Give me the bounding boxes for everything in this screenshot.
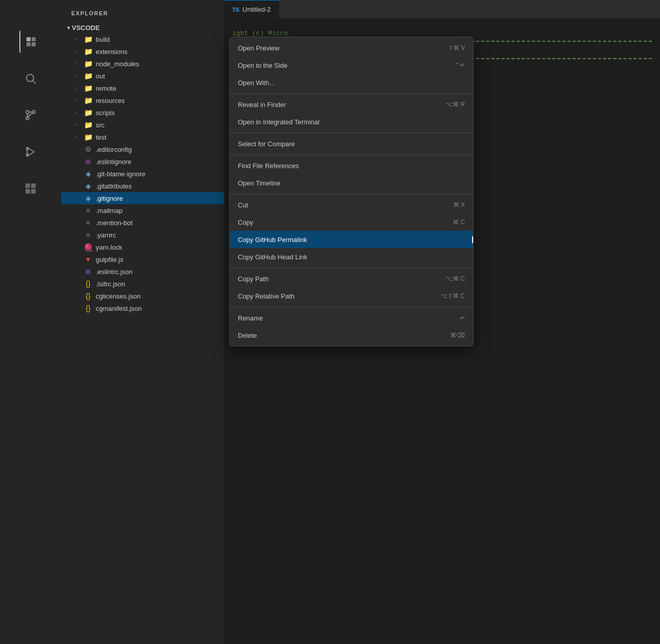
- tree-item-scripts[interactable]: › 📁 scripts: [61, 106, 224, 119]
- menu-item-open-to-side[interactable]: Open to the Side ⌃↵: [230, 57, 473, 74]
- tree-item-resources[interactable]: › 📁 resources: [61, 94, 224, 106]
- tree-item-eslintignore[interactable]: ⊛ .eslintignore: [61, 155, 224, 168]
- menu-item-shortcut: ⌘ C: [453, 219, 465, 226]
- menu-item-label: Open to the Side: [238, 62, 438, 69]
- menu-item-shortcut: ⌘⌫: [450, 332, 465, 339]
- svg-rect-3: [32, 42, 36, 46]
- tree-item-gitignore[interactable]: ◈ .gitignore: [61, 192, 224, 204]
- git-activity-icon[interactable]: [19, 104, 42, 126]
- section-label: VSCODE: [72, 24, 100, 32]
- tree-item-remote[interactable]: › 📁 remote: [61, 82, 224, 94]
- tree-item-gitattributes[interactable]: ◈ .gitattributes: [61, 180, 224, 192]
- menu-item-select-compare[interactable]: Select for Compare: [230, 135, 473, 152]
- item-label: build: [96, 36, 109, 43]
- menu-item-label: Select for Compare: [238, 140, 449, 148]
- menu-separator: [230, 194, 473, 194]
- item-label: .gitattributes: [96, 182, 132, 190]
- extensions-activity-icon[interactable]: [19, 177, 42, 200]
- svg-rect-2: [26, 42, 31, 46]
- menu-item-copy-relative-path[interactable]: Copy Relative Path ⌥⇧⌘ C: [230, 287, 473, 305]
- text-icon: ≡: [84, 231, 93, 239]
- tree-item-out[interactable]: › 📁 out: [61, 70, 224, 82]
- item-arrow: ›: [75, 122, 80, 127]
- menu-item-cut[interactable]: Cut ⌘ X: [230, 196, 473, 213]
- menu-item-shortcut: ⌃↵: [455, 62, 465, 69]
- activity-bar: [0, 0, 61, 644]
- explorer-activity-icon[interactable]: [19, 31, 42, 53]
- folder-icon: 📁: [84, 47, 93, 56]
- menu-item-shortcut: ⌘ X: [453, 201, 465, 208]
- menu-item-copy-github-head-link[interactable]: Copy GitHub Head Link: [230, 248, 473, 265]
- search-activity-icon[interactable]: [19, 67, 42, 90]
- menu-item-label: Copy GitHub Permalink: [238, 236, 449, 244]
- tree-item-mailmap[interactable]: ≡ .mailmap: [61, 204, 224, 217]
- tree-item-mentionbot[interactable]: ≡ .mention-bot: [61, 217, 224, 229]
- eslint-icon: ⊛: [84, 267, 93, 276]
- menu-item-label: Rename: [238, 314, 444, 322]
- gulp-icon: ▼: [84, 255, 93, 263]
- tree-item-src[interactable]: › 📁 src: [61, 119, 224, 131]
- menu-item-label: Copy Path: [238, 275, 429, 283]
- tree-section-vscode[interactable]: ▾ VSCODE: [61, 22, 224, 33]
- menu-item-shortcut: ⌥⌘ R: [446, 101, 465, 108]
- menu-item-reveal-finder[interactable]: Reveal in Finder ⌥⌘ R: [230, 96, 473, 113]
- menu-item-find-references[interactable]: Find File References: [230, 157, 473, 174]
- menu-item-label: Reveal in Finder: [238, 101, 429, 109]
- cursor-icon: [471, 235, 474, 245]
- item-label: .gitignore: [96, 195, 123, 202]
- tab-title: Untitled-2: [242, 6, 271, 13]
- menu-item-shortcut: ⇧⌘ V: [448, 44, 465, 51]
- editor-tab[interactable]: TS Untitled-2: [224, 0, 279, 18]
- menu-item-open-preview[interactable]: Open Preview ⇧⌘ V: [230, 39, 473, 57]
- menu-item-rename[interactable]: Rename ↵: [230, 309, 473, 327]
- tree-item-test[interactable]: › 📁 test: [61, 131, 224, 143]
- tree-item-extensions[interactable]: › 📁 extensions: [61, 45, 224, 58]
- menu-item-label: Open Preview: [238, 44, 432, 52]
- item-label: yarn.lock: [96, 244, 122, 251]
- menu-item-label: Copy Relative Path: [238, 292, 424, 300]
- tree-item-build[interactable]: › 📁 build: [61, 33, 224, 45]
- item-arrow: ›: [75, 86, 80, 91]
- tree-item-cglicenses[interactable]: {} cglicenses.json: [61, 290, 224, 302]
- tree-item-gitblame[interactable]: ◈ .git-blame-ignore: [61, 168, 224, 180]
- tree-item-eslintrc[interactable]: ⊛ .eslintrc.json: [61, 265, 224, 278]
- editor-tab-bar: TS Untitled-2: [224, 0, 660, 18]
- tree-item-yarnrc[interactable]: ≡ .yarnrc: [61, 229, 224, 241]
- svg-rect-14: [25, 189, 30, 194]
- svg-line-5: [33, 81, 36, 84]
- context-menu: Open Preview ⇧⌘ V Open to the Side ⌃↵ Op…: [229, 37, 474, 346]
- json-icon: {}: [84, 292, 93, 300]
- item-arrow: ›: [75, 98, 80, 103]
- menu-item-open-terminal[interactable]: Open in Integrated Terminal: [230, 113, 473, 130]
- tree-item-editorconfig[interactable]: ⚙ .editorconfig: [61, 143, 224, 155]
- menu-item-copy-github-permalink[interactable]: Copy GitHub Permalink: [230, 231, 473, 248]
- tree-item-cgmanifest[interactable]: {} cgmanifest.json: [61, 302, 224, 314]
- item-label: scripts: [96, 109, 115, 117]
- text-icon: ≡: [84, 219, 93, 227]
- item-arrow: ›: [75, 61, 80, 66]
- menu-item-open-timeline[interactable]: Open Timeline: [230, 174, 473, 192]
- menu-item-label: Copy GitHub Head Link: [238, 253, 449, 261]
- folder-icon: 📁: [84, 84, 93, 92]
- tree-item-gulpfile[interactable]: ▼ gulpfile.js: [61, 253, 224, 265]
- svg-point-10: [26, 148, 29, 150]
- menu-item-label: Copy: [238, 219, 436, 226]
- item-label: .mailmap: [96, 207, 123, 214]
- svg-point-4: [26, 74, 34, 82]
- menu-item-open-with[interactable]: Open With...: [230, 74, 473, 91]
- item-label: gulpfile.js: [96, 256, 123, 263]
- svg-rect-13: [31, 183, 36, 188]
- menu-item-copy-path[interactable]: Copy Path ⌥⌘ C: [230, 270, 473, 287]
- menu-item-delete[interactable]: Delete ⌘⌫: [230, 327, 473, 344]
- tree-item-node-modules[interactable]: › 📁 node_modules: [61, 58, 224, 70]
- item-arrow: ›: [75, 49, 80, 54]
- folder-icon: 📁: [84, 60, 93, 68]
- gitattrs-icon: ◈: [84, 182, 93, 190]
- svg-rect-0: [26, 37, 31, 41]
- debug-activity-icon[interactable]: [19, 141, 42, 163]
- menu-item-copy[interactable]: Copy ⌘ C: [230, 213, 473, 231]
- item-label: .lsifrc.json: [96, 280, 125, 288]
- tree-item-lsifrc[interactable]: {} .lsifrc.json: [61, 278, 224, 290]
- tree-item-yarnlock[interactable]: 🧶 yarn.lock: [61, 241, 224, 253]
- gitignore-icon: ◈: [84, 194, 93, 202]
